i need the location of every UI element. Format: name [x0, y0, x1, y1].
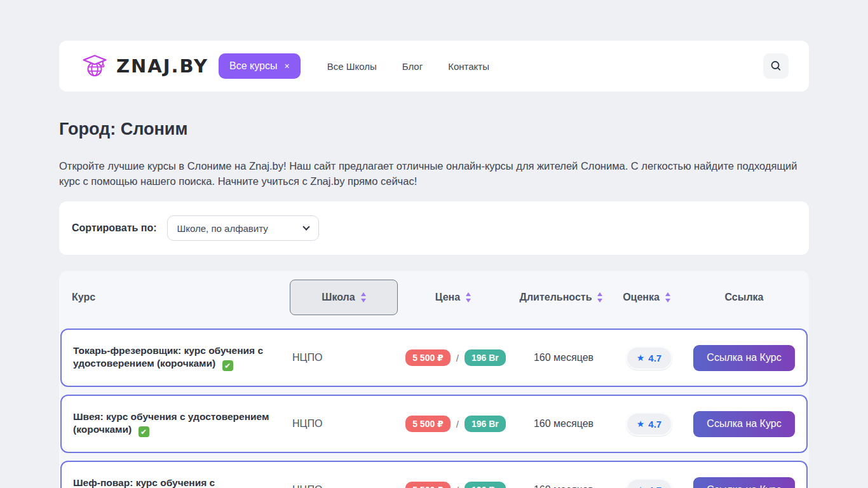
price-br-badge: 196 Br: [465, 416, 506, 432]
column-header-rating[interactable]: Оценка: [614, 292, 679, 303]
column-header-duration-label: Длительность: [520, 292, 592, 303]
price-br-badge: 196 Br: [465, 482, 506, 488]
site-logo[interactable]: ZNAJ.BY: [81, 52, 208, 80]
course-cell: Шеф-повар: курс обучения с удостоверение…: [62, 477, 292, 488]
column-header-link: Ссылка: [679, 292, 809, 303]
star-icon: ★: [637, 419, 645, 429]
link-cell: Ссылка на Курс: [682, 411, 806, 437]
price-br-badge: 196 Br: [465, 349, 506, 366]
price-rub-badge: 5 500 ₽: [405, 482, 451, 488]
sort-arrows-icon: [466, 292, 471, 302]
rating-value: 4.7: [648, 485, 661, 488]
table-row: Шеф-повар: курс обучения с удостоверение…: [60, 461, 808, 488]
column-header-school-label: Школа: [322, 292, 355, 303]
table-row: Швея: курс обучения с удостоверением (ко…: [60, 395, 808, 453]
rating-cell: ★ 4.7: [616, 346, 682, 370]
course-link-button[interactable]: Ссылка на Курс: [693, 477, 794, 488]
school-name: НЦПО: [292, 352, 400, 363]
price-separator: /: [456, 353, 459, 363]
close-icon[interactable]: ×: [285, 61, 290, 71]
site-header: ZNAJ.BY Все курсы × Все Школы Блог Конта…: [59, 41, 809, 92]
column-header-rating-label: Оценка: [623, 292, 660, 303]
graduation-cap-globe-icon: [81, 52, 109, 80]
price-cell: 5 500 ₽ / 196 Br: [400, 482, 511, 488]
course-cell: Швея: курс обучения с удостоверением (ко…: [62, 410, 292, 438]
course-title: Шеф-повар: курс обучения с удостоверение…: [73, 477, 215, 488]
duration-value: 160 месяцев: [511, 352, 616, 363]
rating-cell: ★ 4.7: [616, 412, 682, 436]
main-nav: Все Школы Блог Контакты: [327, 61, 489, 72]
rating-value: 4.7: [648, 419, 661, 430]
price-rub-badge: 5 500 ₽: [405, 416, 451, 432]
rating-cell: ★ 4.7: [616, 478, 682, 488]
course-title: Швея: курс обучения с удостоверением (ко…: [73, 411, 269, 435]
page-description: Откройте лучшие курсы в Слониме на Znaj.…: [59, 158, 809, 189]
table-header-row: Курс Школа Цена Длительность Оценка Ссыл…: [59, 271, 809, 324]
price-separator: /: [456, 485, 459, 488]
sort-arrows-icon: [597, 292, 602, 302]
search-button[interactable]: [763, 53, 789, 79]
course-link-button[interactable]: Ссылка на Курс: [693, 411, 794, 437]
course-title: Токарь-фрезеровщик: курс обучения с удос…: [73, 345, 263, 369]
all-courses-label: Все курсы: [229, 60, 277, 72]
column-header-duration[interactable]: Длительность: [508, 292, 614, 303]
sort-label: Сортировать по:: [72, 222, 157, 234]
star-icon: ★: [637, 353, 645, 363]
school-name: НЦПО: [292, 484, 400, 488]
rating-value: 4.7: [648, 353, 661, 363]
school-name: НЦПО: [292, 418, 400, 430]
table-rows: Токарь-фрезеровщик: курс обучения с удос…: [59, 324, 809, 488]
column-header-course: Курс: [59, 292, 290, 303]
link-cell: Ссылка на Курс: [682, 477, 806, 488]
sort-arrows-icon: [361, 292, 366, 302]
sort-dropdown[interactable]: Школе, по алфавиту: [167, 215, 319, 241]
price-separator: /: [456, 419, 459, 430]
sort-section: Сортировать по: Школе, по алфавиту: [59, 201, 809, 255]
chevron-down-icon: [302, 223, 309, 230]
star-icon: ★: [637, 485, 645, 488]
rating-badge: ★ 4.7: [626, 478, 672, 488]
duration-value: 160 месяцев: [511, 484, 616, 488]
sort-selected-value: Школе, по алфавиту: [177, 223, 268, 234]
price-cell: 5 500 ₽ / 196 Br: [400, 416, 511, 432]
price-rub-badge: 5 500 ₽: [405, 349, 451, 366]
page-title: Город: Слоним: [59, 119, 809, 139]
logo-text: ZNAJ.BY: [116, 55, 208, 77]
check-icon: ✔: [139, 426, 149, 437]
course-cell: Токарь-фрезеровщик: курс обучения с удос…: [62, 344, 292, 372]
page-container: ZNAJ.BY Все курсы × Все Школы Блог Конта…: [59, 41, 809, 488]
table-row: Токарь-фрезеровщик: курс обучения с удос…: [60, 329, 808, 387]
all-courses-filter-button[interactable]: Все курсы ×: [219, 53, 301, 79]
courses-table: Курс Школа Цена Длительность Оценка Ссыл…: [59, 271, 809, 488]
duration-value: 160 месяцев: [511, 418, 616, 430]
nav-item-contacts[interactable]: Контакты: [448, 61, 489, 72]
search-icon: [770, 60, 782, 72]
column-header-school[interactable]: Школа: [290, 280, 398, 315]
rating-badge: ★ 4.7: [626, 346, 672, 370]
nav-item-blog[interactable]: Блог: [402, 61, 423, 72]
rating-badge: ★ 4.7: [626, 412, 672, 436]
link-cell: Ссылка на Курс: [682, 345, 806, 371]
course-link-button[interactable]: Ссылка на Курс: [693, 345, 794, 371]
check-icon: ✔: [222, 360, 233, 371]
sort-arrows-icon: [665, 292, 670, 302]
column-header-price[interactable]: Цена: [398, 292, 508, 303]
price-cell: 5 500 ₽ / 196 Br: [400, 349, 511, 366]
column-header-price-label: Цена: [435, 292, 460, 303]
nav-item-schools[interactable]: Все Школы: [327, 61, 377, 72]
